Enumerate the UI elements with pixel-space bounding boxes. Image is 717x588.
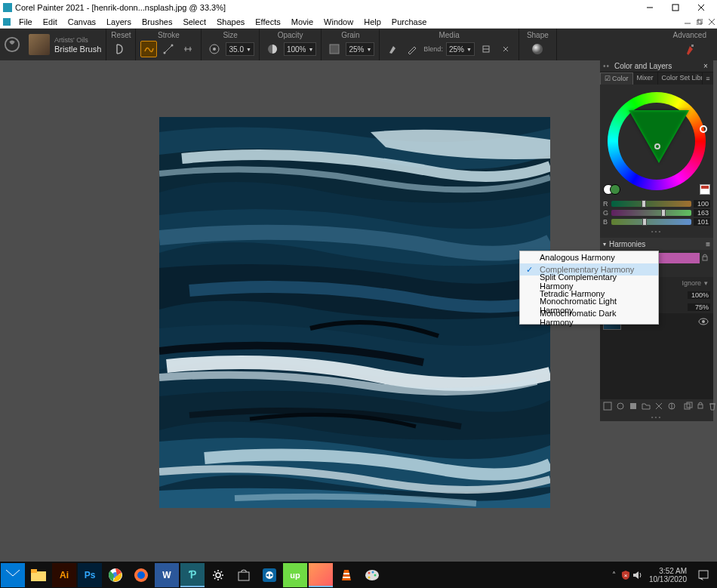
tab-menu-icon[interactable]: ≡ xyxy=(703,72,713,85)
panel-separator-bottom[interactable]: ••• xyxy=(600,413,713,421)
menu-file[interactable]: File xyxy=(14,17,38,26)
g-value[interactable]: 163 xyxy=(694,209,710,217)
doc-minimize-button[interactable] xyxy=(682,17,693,26)
close-button[interactable] xyxy=(688,0,714,15)
tab-mixer[interactable]: Mixer xyxy=(633,72,658,85)
layer-dup-icon[interactable] xyxy=(684,402,693,411)
color-wheel-area[interactable] xyxy=(600,85,713,198)
dry-button[interactable] xyxy=(497,41,514,57)
lock-icon[interactable] xyxy=(701,254,710,263)
layer-delete-icon[interactable] xyxy=(708,402,717,411)
taskbar-illustrator-icon[interactable]: Ai xyxy=(52,563,76,587)
taskbar-clock[interactable]: 3:52 AM 10/13/2020 xyxy=(645,567,691,583)
taskbar-vlc-icon[interactable] xyxy=(334,563,358,587)
secondary-swatch-icon[interactable] xyxy=(700,184,710,195)
taskbar-photoshop-icon[interactable]: Ps xyxy=(78,563,102,587)
panel-titlebar[interactable]: •• Color and Layers × xyxy=(600,60,713,72)
harmony-swatch-2[interactable] xyxy=(658,253,700,263)
doc-restore-button[interactable] xyxy=(694,17,705,26)
shape-sphere-button[interactable] xyxy=(529,41,546,57)
menu-layers[interactable]: Layers xyxy=(101,17,137,26)
taskbar-teamviewer-icon[interactable] xyxy=(257,563,282,587)
palette-knife-button[interactable] xyxy=(404,41,420,57)
stroke-freehand-button[interactable] xyxy=(140,41,157,57)
panel-separator[interactable]: ••• xyxy=(603,226,710,236)
hue-ring[interactable] xyxy=(608,92,706,190)
b-value[interactable]: 101 xyxy=(694,218,710,226)
taskbar-app-icon[interactable] xyxy=(309,563,333,587)
color-swatches[interactable] xyxy=(603,184,620,195)
panel-grip-icon[interactable]: •• xyxy=(603,62,610,70)
ctx-analogous[interactable]: Analogous Harmony xyxy=(520,251,658,263)
brush-selector[interactable]: Artists' Oils Bristle Brush xyxy=(24,29,106,60)
harmonies-menu-icon[interactable]: ≡ xyxy=(706,240,710,248)
doc-close-button[interactable] xyxy=(706,17,717,26)
menu-window[interactable]: Window xyxy=(318,17,358,26)
grain-input[interactable]: 25%▼ xyxy=(346,42,374,56)
svg-rect-1 xyxy=(672,5,679,11)
taskbar-paint-icon[interactable] xyxy=(360,563,384,587)
maximize-button[interactable] xyxy=(663,0,688,15)
r-slider[interactable] xyxy=(611,201,691,207)
stroke-line-button[interactable] xyxy=(160,41,177,57)
taskbar-firefox-icon[interactable] xyxy=(129,563,153,587)
menu-help[interactable]: Help xyxy=(358,17,386,26)
size-input[interactable]: 35.0▼ xyxy=(226,42,254,56)
sv-handle[interactable] xyxy=(654,143,660,149)
r-value[interactable]: 100 xyxy=(694,200,710,208)
menu-movie[interactable]: Movie xyxy=(286,17,318,26)
layer-clip-icon[interactable] xyxy=(654,402,663,411)
stroke-align-button[interactable] xyxy=(180,41,196,57)
reset-button[interactable] xyxy=(112,41,129,57)
menu-brushes[interactable]: Brushes xyxy=(137,17,177,26)
minimize-button[interactable] xyxy=(637,0,663,15)
b-slider[interactable] xyxy=(611,219,691,225)
taskbar-explorer-icon[interactable] xyxy=(26,563,51,587)
panel-close-icon[interactable]: × xyxy=(701,62,710,70)
visibility-eye-icon[interactable] xyxy=(698,318,709,325)
taskbar-chrome-icon[interactable] xyxy=(103,563,128,587)
menu-purchase[interactable]: Purchase xyxy=(386,17,432,26)
layer-lock-icon[interactable] xyxy=(697,402,704,411)
g-slider[interactable] xyxy=(611,210,691,216)
menu-shapes[interactable]: Shapes xyxy=(211,17,250,26)
size-circle-button[interactable] xyxy=(206,41,223,57)
taskbar-store-icon[interactable] xyxy=(232,563,256,587)
tray-chevron-icon[interactable]: ˄ xyxy=(609,571,619,579)
window-titlebar: Corel Painter 2021 - [henrik-donn...nspl… xyxy=(0,0,717,15)
harmonies-header[interactable]: ▾ Harmonies ≡ xyxy=(600,238,713,250)
notification-center-icon[interactable] xyxy=(693,564,714,586)
grain-icon[interactable] xyxy=(326,41,343,57)
layer-mask-icon[interactable] xyxy=(629,402,638,411)
opacity-input[interactable]: 100%▼ xyxy=(284,42,317,56)
taskbar-word-icon[interactable]: W xyxy=(155,563,179,587)
ctx-split-complementary[interactable]: Split Complementary Harmony xyxy=(520,276,658,288)
layer-fx-icon[interactable] xyxy=(616,402,625,411)
blend-input[interactable]: 25%▼ xyxy=(446,42,475,56)
wetness-button[interactable] xyxy=(478,41,494,57)
new-layer-icon[interactable] xyxy=(603,402,612,411)
hue-handle[interactable] xyxy=(700,125,707,133)
menu-effects[interactable]: Effects xyxy=(250,17,285,26)
taskbar-upwork-icon[interactable]: up xyxy=(283,563,307,587)
menu-select[interactable]: Select xyxy=(177,17,211,26)
advanced-brush-button[interactable] xyxy=(682,41,698,57)
taskbar-painter-icon[interactable]: Ƥ xyxy=(180,563,205,587)
menu-edit[interactable]: Edit xyxy=(38,17,63,26)
tab-color-set[interactable]: Color Set Libraries xyxy=(658,72,703,85)
canvas[interactable] xyxy=(159,117,550,508)
tray-volume-icon[interactable] xyxy=(632,571,643,580)
menu-canvas[interactable]: Canvas xyxy=(63,17,101,26)
layer-group-icon[interactable] xyxy=(642,402,651,411)
painter-logo-button[interactable] xyxy=(0,29,24,60)
layer-adj-icon[interactable] xyxy=(667,402,676,411)
tab-color[interactable]: ☑Color xyxy=(600,72,633,85)
taskbar-settings-icon[interactable] xyxy=(206,563,230,587)
app-menu-icon[interactable] xyxy=(2,17,12,27)
tray-shield-icon[interactable]: × xyxy=(620,570,631,580)
opacity-icon[interactable] xyxy=(264,41,281,57)
brush-tip-button[interactable] xyxy=(384,41,401,57)
svg-text:×: × xyxy=(624,572,628,579)
ctx-mono-dark[interactable]: Monochromatic Dark Harmony xyxy=(520,312,658,324)
taskbar-mail-icon[interactable] xyxy=(1,563,25,587)
